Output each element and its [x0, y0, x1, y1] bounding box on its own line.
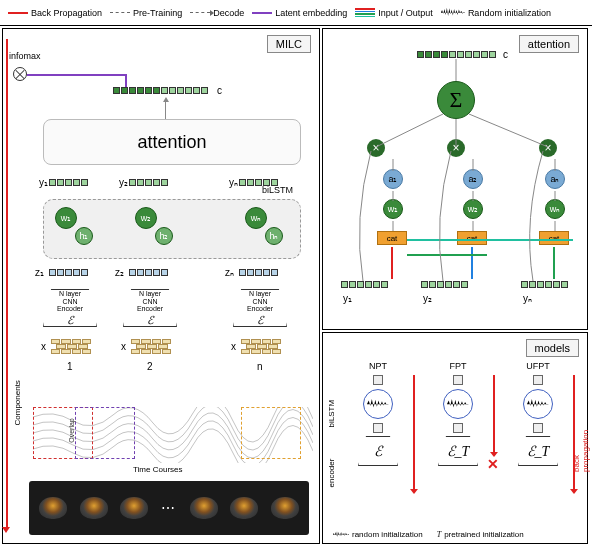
legend-latent: Latent embedding [252, 8, 347, 18]
out-box-icon [453, 375, 463, 385]
attention-label: attention [137, 132, 206, 153]
model-title: UFPT [499, 361, 577, 371]
backprop-arrow-npt [413, 375, 415, 490]
wn-node: wₙ [245, 207, 267, 229]
legend-label: Back Propagation [31, 8, 102, 18]
timecourses-label: Time Courses [133, 465, 183, 474]
out-box-icon [533, 375, 543, 385]
overlap-label: Overlap [68, 418, 75, 443]
legend-randinit: random initialization [333, 530, 423, 539]
y2-label: y₂ [119, 177, 128, 188]
out-box-icon [373, 375, 383, 385]
z1-label: z₁ [35, 267, 44, 278]
legend-label: pretrained initialization [444, 530, 524, 539]
brain-icon [120, 497, 148, 519]
waveform-icon [441, 7, 465, 19]
backprop-line [6, 39, 8, 529]
enc-label: ℰ [374, 443, 382, 460]
right-column: attention c Σ × × × a₁ a₂ aₙ w₁ w₂ wₙ ca… [322, 28, 588, 544]
node-label: h₁ [79, 231, 88, 241]
brain-icon [271, 497, 299, 519]
legend-bar: Back Propagation Pre-Training Decode Lat… [0, 0, 592, 26]
z2-label: z₂ [115, 267, 124, 278]
enc-symbol: ℰ [67, 314, 74, 326]
encoder-1: N layer CNN Encoder ℰ [43, 289, 97, 327]
w2-node: w₂ [135, 207, 157, 229]
latent-line-v [125, 74, 127, 88]
z2-tokens [129, 269, 168, 276]
models-legend: random initialization T pretrained initi… [333, 530, 524, 539]
node-label: hₙ [269, 231, 278, 241]
enc-label: ℰ_T [527, 443, 550, 460]
y1-tokens [49, 179, 88, 186]
legend-label: Random initialization [468, 8, 551, 18]
model-ufpt: UFPT ℰ_T [499, 361, 577, 466]
window-n [241, 407, 301, 459]
node-label: w₂ [141, 213, 152, 223]
xn-label: x [231, 341, 236, 352]
legend-io: Input / Output [355, 8, 433, 18]
components-label: Components [13, 380, 22, 425]
red-line-icon [8, 12, 28, 14]
y1-label: y₁ [343, 293, 352, 304]
model-fpt: FPT ℰ_T [419, 361, 497, 466]
node-label: w₁ [61, 213, 72, 223]
yn-label: yₙ [229, 177, 238, 188]
arrow-up-icon [163, 97, 169, 102]
encoder-trap: ℰ [358, 436, 398, 466]
enc-line: CNN [252, 298, 267, 306]
in-box-icon [533, 423, 543, 433]
infomax-label: infomax [9, 51, 41, 61]
encoder-trap: ℰ_T [438, 436, 478, 466]
h2-node: h₂ [155, 227, 173, 245]
attention-panel: attention c Σ × × × a₁ a₂ aₙ w₁ w₂ wₙ ca… [322, 28, 588, 330]
enc-line: N layer [139, 290, 161, 298]
idxn: n [257, 361, 263, 372]
enc-line: Encoder [57, 305, 83, 313]
lstm-node [443, 389, 473, 419]
legend-backprop: Back Propagation [8, 8, 102, 18]
main-container: MILC infomax c attention y₁ y₂ yₙ biLS [0, 26, 592, 546]
enc-line: Encoder [137, 305, 163, 313]
y1-label: y₁ [39, 177, 48, 188]
latent-line [27, 74, 127, 76]
svg-line-1 [376, 114, 443, 147]
encoder-trap: ℰ_T [518, 436, 558, 466]
io-lines-icon [355, 8, 375, 17]
purple-line-icon [252, 12, 272, 14]
h1-node: h₁ [75, 227, 93, 245]
connector [165, 102, 166, 119]
dash-arrow-icon [190, 12, 210, 13]
attention-module: attention [43, 119, 301, 165]
lstm-node [523, 389, 553, 419]
waveform-icon [527, 397, 549, 411]
bilstm-label: biLSTM [262, 185, 293, 195]
lstm-node [363, 389, 393, 419]
legend-label: Pre-Training [133, 8, 182, 18]
backprop-arrow-fpt [493, 375, 495, 453]
w1-node: w₁ [55, 207, 77, 229]
panel-title: MILC [267, 35, 311, 53]
waveform-icon [447, 397, 469, 411]
arrow-down-icon [2, 527, 10, 533]
c-tokens [417, 51, 496, 58]
node-label: h₂ [159, 231, 168, 241]
enc-symbol: ℰ [257, 314, 264, 326]
x2-bricks [131, 339, 171, 354]
brain-icon [39, 497, 67, 519]
brain-images: ⋯ [29, 481, 309, 535]
ellipsis-icon: ⋯ [161, 500, 177, 516]
idx1: 1 [67, 361, 73, 372]
model-title: FPT [419, 361, 497, 371]
legend-decode: Decode [190, 8, 244, 18]
attention-connections [323, 59, 589, 289]
encoder-n: N layer CNN Encoder ℰ [233, 289, 287, 327]
svg-line-3 [469, 114, 548, 147]
stop-x-icon: ✕ [487, 456, 499, 472]
encoder-2: N layer CNN Encoder ℰ [123, 289, 177, 327]
enc-line: N layer [249, 290, 271, 298]
y2-tokens [129, 179, 168, 186]
hn-node: hₙ [265, 227, 283, 245]
enc-line: N layer [59, 290, 81, 298]
window-2 [75, 407, 135, 459]
